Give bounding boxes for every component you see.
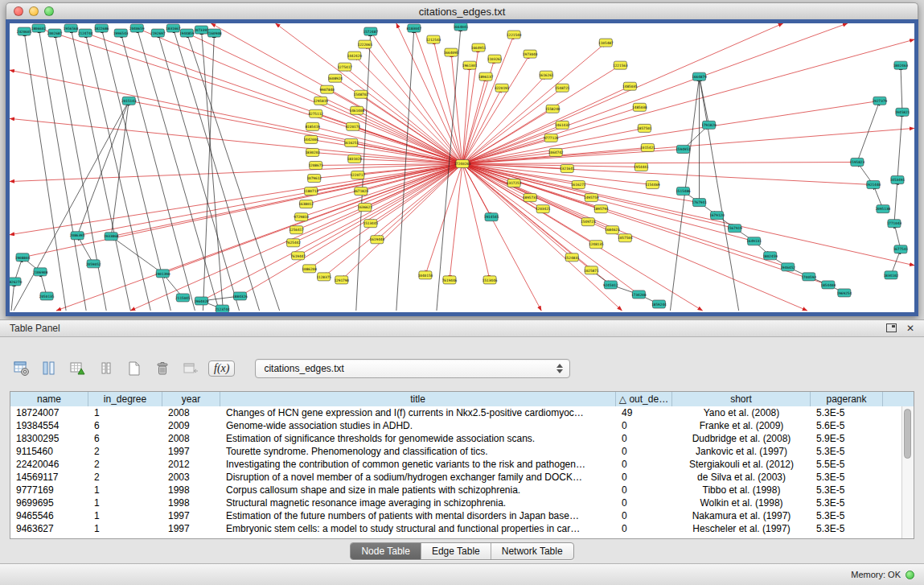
float-panel-icon[interactable] <box>886 323 897 334</box>
graph-node[interactable]: 1996543 <box>113 29 129 37</box>
graph-node[interactable]: 1495759 <box>584 194 599 202</box>
graph-node[interactable]: 1485038 <box>632 103 647 111</box>
graph-node[interactable]: 2040659 <box>129 24 145 32</box>
network-graph[interactable]: 1724026123206051806602200268719565682124… <box>10 23 914 312</box>
graph-node[interactable]: 1461408 <box>349 106 364 114</box>
graph-node[interactable]: 2095138 <box>876 205 891 213</box>
graph-node[interactable]: 1442004 <box>303 135 318 143</box>
row-selection-icon[interactable] <box>96 358 117 379</box>
graph-node[interactable]: 1572487 <box>363 27 379 35</box>
graph-node[interactable]: 2059052 <box>86 260 101 268</box>
graph-node[interactable]: 1154469 <box>645 181 660 189</box>
column-header-year[interactable]: year <box>162 392 220 406</box>
graph-node[interactable]: 2160908 <box>207 29 222 37</box>
graph-node[interactable]: 1679120 <box>709 212 725 220</box>
graph-node[interactable]: 1453491 <box>890 176 906 184</box>
graph-node[interactable]: 1946452 <box>780 263 795 271</box>
graph-node[interactable]: 1857501 <box>637 124 652 132</box>
graph-node[interactable]: 1248135 <box>589 241 604 249</box>
graph-node[interactable]: 1734208 <box>631 290 647 299</box>
graph-node[interactable]: 1616271 <box>571 181 586 189</box>
graph-node[interactable]: 1945821 <box>895 108 910 116</box>
table-row[interactable]: 1830029562008Estimation of significance … <box>10 432 901 445</box>
graph-node[interactable]: 1222065 <box>358 40 373 48</box>
graph-node[interactable]: 1015421 <box>640 143 655 151</box>
table-row[interactable]: 977716911998Corpus callosum shape and si… <box>10 484 901 496</box>
table-row[interactable]: 946362711997Embryonic stem cells: a mode… <box>10 522 901 535</box>
graph-node[interactable]: 1895794 <box>593 205 609 213</box>
network-canvas[interactable]: 1724026123206051806602200268719565682124… <box>10 23 914 312</box>
graph-node[interactable]: 1212543 <box>426 35 441 43</box>
graph-node[interactable]: 1961301 <box>462 61 478 69</box>
graph-node[interactable]: 1830202 <box>305 148 320 156</box>
window-minimize-button[interactable] <box>29 6 39 16</box>
graph-node[interactable]: 1548721 <box>555 84 570 92</box>
table-row[interactable]: 969969511998Structural magnetic resonanc… <box>10 496 901 509</box>
graph-node[interactable]: 1964028 <box>194 297 209 305</box>
graph-node[interactable]: 8183047 <box>407 24 422 32</box>
graph-node[interactable]: 1291790 <box>334 276 349 284</box>
graph-node[interactable]: 1317251 <box>507 179 522 187</box>
graph-node[interactable]: 3220174 <box>345 122 360 130</box>
graph-node[interactable]: 1616251 <box>343 138 359 146</box>
graph-node[interactable]: 1567919 <box>727 225 742 233</box>
graph-node[interactable]: 1548702 <box>353 90 368 98</box>
graph-node[interactable]: 1927379 <box>873 97 888 105</box>
graph-node[interactable]: 2086395 <box>70 232 85 240</box>
graph-node[interactable]: 2192697 <box>150 29 166 37</box>
column-header-out_degree[interactable]: △ out_de… <box>616 392 672 406</box>
graph-node[interactable]: 1608924 <box>327 74 343 82</box>
graph-node[interactable]: 1220717 <box>350 171 365 179</box>
graph-node[interactable]: 1256417 <box>289 226 304 234</box>
graph-node[interactable]: 1896137 <box>478 72 494 80</box>
graph-node[interactable]: 2050135 <box>39 292 55 300</box>
window-zoom-button[interactable] <box>44 6 54 16</box>
graph-node[interactable]: 1895731 <box>523 194 538 202</box>
graph-node[interactable]: 1442420 <box>347 51 362 60</box>
tab-edge-table[interactable]: Edge Table <box>421 543 491 559</box>
graph-node[interactable]: 1595823 <box>850 158 865 166</box>
graph-node[interactable]: 1854408 <box>821 281 836 289</box>
graph-node[interactable]: 1954441 <box>634 163 649 171</box>
graph-node[interactable]: 1180713 <box>303 187 318 196</box>
graph-node[interactable]: 8185419 <box>305 122 320 130</box>
graph-node[interactable]: 1664951 <box>471 43 487 51</box>
graph-node[interactable]: 1057504 <box>618 234 633 242</box>
table-row[interactable]: 946554611997Estimation of the future num… <box>10 509 901 522</box>
graph-node[interactable]: 9729810 <box>294 213 309 221</box>
graph-node[interactable]: 1884326 <box>232 292 248 300</box>
graph-node[interactable]: 1802459 <box>762 252 778 260</box>
graph-node[interactable]: 2015143 <box>121 97 137 105</box>
graph-node[interactable]: 1079612 <box>306 175 322 183</box>
graph-node[interactable]: 1105487 <box>598 39 614 47</box>
graph-node[interactable]: 1921440 <box>866 181 881 189</box>
graph-node[interactable]: 1208671 <box>308 161 323 169</box>
column-header-name[interactable]: name <box>10 392 88 406</box>
graph-node[interactable]: 1956568 <box>64 24 79 32</box>
graph-node[interactable]: 1203421 <box>536 205 551 213</box>
graph-node[interactable]: 1485035 <box>622 82 638 90</box>
table-row[interactable]: 911546021997Tourette syndrome. Phenomeno… <box>10 445 901 458</box>
graph-node[interactable]: 1677541 <box>893 245 909 253</box>
show-columns-icon[interactable] <box>39 358 60 379</box>
graph-node[interactable]: 1649131 <box>746 237 762 245</box>
graph-node[interactable]: 1515486 <box>676 187 691 196</box>
graph-node[interactable]: 1826270 <box>10 278 23 286</box>
table-row[interactable]: 1938455462009Genome-wide association stu… <box>10 419 901 432</box>
graph-node[interactable]: 4275112 <box>308 109 323 117</box>
graph-node[interactable]: 1594951 <box>676 145 691 153</box>
column-header-pagerank[interactable]: pagerank <box>811 392 883 406</box>
graph-node[interactable]: 1128375 <box>316 273 331 281</box>
graph-node[interactable]: 1664879 <box>692 72 707 80</box>
graph-node[interactable]: 1558240 <box>545 105 561 113</box>
tab-node-table[interactable]: Node Table <box>351 543 421 559</box>
graph-node[interactable]: 1638012 <box>298 200 314 208</box>
graph-node[interactable]: 17240261 <box>454 159 471 167</box>
network-window-titlebar[interactable]: citations_edges.txt <box>6 2 918 19</box>
graph-node[interactable]: 1616261 <box>539 71 554 79</box>
graph-node[interactable]: 1103261 <box>487 55 503 63</box>
graph-node[interactable]: 1973040 <box>523 50 538 58</box>
graph-node[interactable]: 1664095 <box>444 48 459 56</box>
graph-node[interactable]: 1524831 <box>565 253 580 262</box>
graph-node[interactable]: 2115045 <box>175 294 191 302</box>
